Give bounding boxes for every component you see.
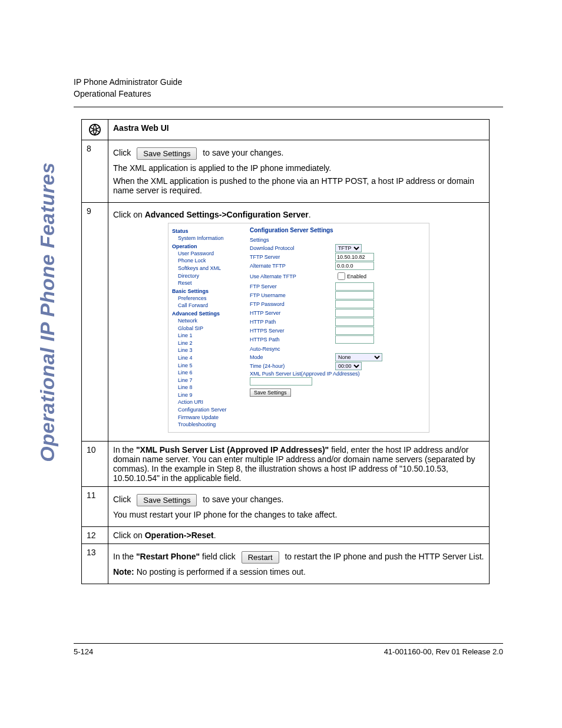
nav-item[interactable]: System Information bbox=[178, 235, 243, 242]
header-rule bbox=[74, 107, 503, 107]
nav-item[interactable]: Line 8 bbox=[178, 384, 243, 391]
ftp-server-input[interactable] bbox=[335, 282, 374, 291]
config-server-screenshot: Status System Information Operation User… bbox=[168, 223, 429, 433]
nav-item[interactable]: Preferences bbox=[178, 295, 243, 302]
field-label: HTTP Path bbox=[250, 319, 335, 325]
field-label: Download Protocol bbox=[250, 245, 335, 251]
nav-heading: Operation bbox=[172, 243, 243, 249]
nav-item[interactable]: Line 7 bbox=[178, 377, 243, 384]
ftp-username-input[interactable] bbox=[335, 291, 374, 299]
field-label: FTP Password bbox=[250, 301, 335, 307]
step-num: 8 bbox=[82, 140, 108, 203]
step-num: 10 bbox=[82, 441, 108, 486]
http-server-input[interactable] bbox=[335, 309, 374, 317]
nav-item[interactable]: Line 5 bbox=[178, 362, 243, 370]
table-row: 10 In the "XML Push Server List (Approve… bbox=[82, 441, 490, 486]
tftp-server-input[interactable] bbox=[335, 253, 374, 261]
globe-icon bbox=[88, 123, 101, 136]
restart-button[interactable]: Restart bbox=[242, 551, 279, 564]
text: Click on bbox=[113, 210, 145, 219]
footer-left: 5-124 bbox=[74, 647, 93, 656]
time-select[interactable]: 00:00 bbox=[335, 362, 362, 370]
header-line2: Operational Features bbox=[74, 88, 503, 100]
step-num: 9 bbox=[82, 203, 108, 442]
mini-save-button[interactable]: Save Settings bbox=[250, 388, 291, 397]
nav-item[interactable]: User Password bbox=[178, 250, 243, 258]
text: The XML application is applied to the IP… bbox=[113, 163, 484, 173]
table-row: 9 Click on Advanced Settings->Configurat… bbox=[82, 203, 490, 442]
https-path-input[interactable] bbox=[335, 335, 374, 344]
text: Click bbox=[113, 495, 131, 504]
config-title: Configuration Server Settings bbox=[250, 227, 425, 233]
text-bold: "XML Push Server List (Approved IP Addre… bbox=[136, 445, 329, 454]
alt-tftp-input[interactable] bbox=[335, 262, 374, 270]
xml-push-list-input[interactable] bbox=[250, 377, 312, 386]
text: You must restart your IP phone for the c… bbox=[113, 510, 484, 519]
nav-item[interactable]: Line 2 bbox=[178, 340, 243, 347]
config-column: Configuration Server Settings Settings D… bbox=[250, 227, 425, 429]
steps-table: Aastra Web UI 8 Click Save Settings to s… bbox=[81, 119, 490, 584]
nav-item[interactable]: Configuration Server bbox=[178, 406, 243, 414]
nav-item[interactable]: Phone Lock bbox=[178, 257, 243, 265]
nav-heading: Status bbox=[172, 228, 243, 234]
nav-item[interactable]: Troubleshooting bbox=[178, 421, 243, 429]
step-content: Click on Operation->Reset. bbox=[108, 526, 490, 543]
step-content: In the "XML Push Server List (Approved I… bbox=[108, 441, 490, 486]
step-content: In the "Restart Phone" field click Resta… bbox=[108, 543, 490, 584]
text: to save your changes. bbox=[203, 495, 283, 504]
field-label: TFTP Server bbox=[250, 254, 335, 260]
text: In the bbox=[113, 552, 136, 561]
nav-item[interactable]: Line 6 bbox=[178, 369, 243, 377]
table-row: 12 Click on Operation->Reset. bbox=[82, 526, 490, 543]
table-row: 11 Click Save Settings to save your chan… bbox=[82, 486, 490, 526]
field-label: FTP Username bbox=[250, 292, 335, 298]
nav-item[interactable]: Line 4 bbox=[178, 354, 243, 362]
save-settings-button[interactable]: Save Settings bbox=[137, 147, 197, 160]
text-bold: "Restart Phone" bbox=[136, 552, 200, 561]
step-num: 12 bbox=[82, 526, 108, 543]
text: When the XML application is pushed to th… bbox=[113, 176, 484, 195]
use-alt-tftp-checkbox[interactable] bbox=[338, 272, 345, 280]
step-num: 11 bbox=[82, 486, 108, 526]
step-content: Click on Advanced Settings->Configuratio… bbox=[108, 203, 490, 442]
nav-item[interactable]: Firmware Update bbox=[178, 414, 243, 421]
nav-item[interactable]: Directory bbox=[178, 272, 243, 280]
nav-item[interactable]: Network bbox=[178, 317, 243, 325]
nav-item[interactable]: Reset bbox=[178, 279, 243, 287]
nav-item[interactable]: Action URI bbox=[178, 398, 243, 406]
nav-item[interactable]: Global SIP bbox=[178, 325, 243, 332]
field-label: Use Alternate TFTP bbox=[250, 274, 335, 279]
nav-item[interactable]: Call Forward bbox=[178, 302, 243, 309]
nav-column: Status System Information Operation User… bbox=[172, 227, 243, 429]
http-path-input[interactable] bbox=[335, 318, 374, 326]
title-row: Aastra Web UI bbox=[82, 120, 490, 140]
https-server-input[interactable] bbox=[335, 327, 374, 335]
ftp-password-input[interactable] bbox=[335, 300, 374, 308]
title-icon-cell bbox=[82, 120, 108, 140]
field-label: Time (24-hour) bbox=[250, 363, 335, 369]
note-label: Note: bbox=[113, 567, 134, 577]
step-content: Click Save Settings to save your changes… bbox=[108, 140, 490, 203]
nav-item[interactable]: Line 9 bbox=[178, 391, 243, 399]
field-label: Alternate TFTP bbox=[250, 263, 335, 269]
nav-item[interactable]: Softkeys and XML bbox=[178, 265, 243, 272]
text: field click bbox=[200, 552, 236, 561]
table-row: 13 In the "Restart Phone" field click Re… bbox=[82, 543, 490, 584]
nav-item[interactable]: Line 3 bbox=[178, 347, 243, 354]
field-label: HTTPS Path bbox=[250, 337, 335, 342]
nav-heading: Basic Settings bbox=[172, 288, 243, 294]
text-bold: Operation->Reset bbox=[145, 531, 214, 540]
section-label: Settings bbox=[250, 237, 425, 243]
footer-right: 41-001160-00, Rev 01 Release 2.0 bbox=[384, 647, 503, 656]
field-label: HTTP Server bbox=[250, 310, 335, 316]
table-row: 8 Click Save Settings to save your chang… bbox=[82, 140, 490, 203]
nav-item[interactable]: Line 1 bbox=[178, 332, 243, 340]
field-label: Mode bbox=[250, 354, 335, 360]
field-label: HTTPS Server bbox=[250, 328, 335, 334]
side-vertical-label: Operational IP Phone Features bbox=[36, 162, 59, 462]
step-num: 13 bbox=[82, 543, 108, 584]
text: . bbox=[214, 531, 216, 540]
mode-select[interactable]: None bbox=[335, 353, 382, 361]
protocol-select[interactable]: TFTP bbox=[335, 244, 362, 252]
save-settings-button[interactable]: Save Settings bbox=[137, 494, 197, 506]
